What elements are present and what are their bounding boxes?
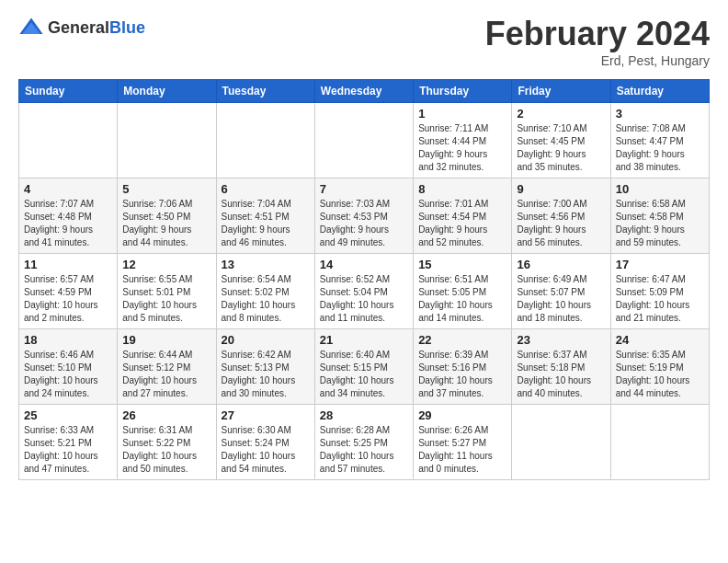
day-info: Sunrise: 7:03 AM Sunset: 4:53 PM Dayligh… xyxy=(320,198,408,249)
day-info: Sunrise: 6:37 AM Sunset: 5:18 PM Dayligh… xyxy=(517,349,605,400)
day-info: Sunrise: 7:04 AM Sunset: 4:51 PM Dayligh… xyxy=(222,198,310,249)
calendar-cell: 12Sunrise: 6:55 AM Sunset: 5:01 PM Dayli… xyxy=(118,254,216,329)
calendar-cell: 15Sunrise: 6:51 AM Sunset: 5:05 PM Dayli… xyxy=(414,254,512,329)
calendar-subtitle: Erd, Pest, Hungary xyxy=(485,53,710,68)
calendar-cell xyxy=(512,405,610,480)
day-number: 29 xyxy=(418,408,506,422)
day-info: Sunrise: 6:39 AM Sunset: 5:16 PM Dayligh… xyxy=(418,349,506,400)
day-info: Sunrise: 6:30 AM Sunset: 5:24 PM Dayligh… xyxy=(222,424,310,476)
day-info: Sunrise: 6:57 AM Sunset: 4:59 PM Dayligh… xyxy=(24,273,112,325)
logo-icon xyxy=(18,15,44,40)
logo-blue-text: Blue xyxy=(109,18,145,37)
calendar-cell: 18Sunrise: 6:46 AM Sunset: 5:10 PM Dayli… xyxy=(19,329,118,405)
calendar-week-row: 18Sunrise: 6:46 AM Sunset: 5:10 PM Dayli… xyxy=(19,329,710,405)
day-info: Sunrise: 7:07 AM Sunset: 4:48 PM Dayligh… xyxy=(24,198,112,249)
day-number: 20 xyxy=(222,333,310,347)
day-info: Sunrise: 6:44 AM Sunset: 5:12 PM Dayligh… xyxy=(122,349,210,400)
calendar-cell: 11Sunrise: 6:57 AM Sunset: 4:59 PM Dayli… xyxy=(19,254,118,329)
day-info: Sunrise: 6:54 AM Sunset: 5:02 PM Dayligh… xyxy=(222,273,310,325)
calendar-cell xyxy=(216,103,314,178)
calendar-cell: 25Sunrise: 6:33 AM Sunset: 5:21 PM Dayli… xyxy=(19,405,118,480)
calendar-cell: 28Sunrise: 6:28 AM Sunset: 5:25 PM Dayli… xyxy=(314,405,413,480)
calendar-cell xyxy=(19,103,118,178)
day-of-week-header: Friday xyxy=(512,80,610,103)
day-number: 25 xyxy=(24,408,112,422)
day-number: 6 xyxy=(222,182,310,196)
day-number: 23 xyxy=(517,333,605,347)
day-info: Sunrise: 7:11 AM Sunset: 4:44 PM Dayligh… xyxy=(418,122,506,174)
day-number: 11 xyxy=(24,258,112,271)
day-number: 9 xyxy=(517,182,605,196)
day-number: 2 xyxy=(517,107,605,121)
day-number: 21 xyxy=(320,333,408,347)
day-of-week-header: Monday xyxy=(118,80,216,103)
day-info: Sunrise: 6:49 AM Sunset: 5:07 PM Dayligh… xyxy=(517,273,605,325)
day-number: 15 xyxy=(418,258,506,271)
day-info: Sunrise: 6:52 AM Sunset: 5:04 PM Dayligh… xyxy=(320,273,408,325)
calendar-cell: 8Sunrise: 7:01 AM Sunset: 4:54 PM Daylig… xyxy=(414,178,512,254)
calendar-cell: 9Sunrise: 7:00 AM Sunset: 4:56 PM Daylig… xyxy=(512,178,610,254)
day-number: 26 xyxy=(122,408,210,422)
calendar-cell xyxy=(118,103,216,178)
calendar-cell: 10Sunrise: 6:58 AM Sunset: 4:58 PM Dayli… xyxy=(610,178,709,254)
calendar-cell: 16Sunrise: 6:49 AM Sunset: 5:07 PM Dayli… xyxy=(512,254,610,329)
calendar-cell: 27Sunrise: 6:30 AM Sunset: 5:24 PM Dayli… xyxy=(216,405,314,480)
calendar-week-row: 11Sunrise: 6:57 AM Sunset: 4:59 PM Dayli… xyxy=(19,254,710,329)
day-info: Sunrise: 6:28 AM Sunset: 5:25 PM Dayligh… xyxy=(320,424,408,476)
calendar-cell xyxy=(314,103,413,178)
calendar-cell: 1Sunrise: 7:11 AM Sunset: 4:44 PM Daylig… xyxy=(414,103,512,178)
day-number: 1 xyxy=(418,107,506,121)
calendar-cell: 24Sunrise: 6:35 AM Sunset: 5:19 PM Dayli… xyxy=(610,329,709,405)
calendar-cell: 23Sunrise: 6:37 AM Sunset: 5:18 PM Dayli… xyxy=(512,329,610,405)
day-of-week-header: Tuesday xyxy=(216,80,314,103)
calendar-week-row: 25Sunrise: 6:33 AM Sunset: 5:21 PM Dayli… xyxy=(19,405,710,480)
day-number: 12 xyxy=(122,258,210,271)
calendar-cell: 6Sunrise: 7:04 AM Sunset: 4:51 PM Daylig… xyxy=(216,178,314,254)
calendar-week-row: 4Sunrise: 7:07 AM Sunset: 4:48 PM Daylig… xyxy=(19,178,710,254)
day-number: 16 xyxy=(517,258,605,271)
day-number: 4 xyxy=(24,182,112,196)
day-info: Sunrise: 6:51 AM Sunset: 5:05 PM Dayligh… xyxy=(418,273,506,325)
calendar-cell: 7Sunrise: 7:03 AM Sunset: 4:53 PM Daylig… xyxy=(314,178,413,254)
day-info: Sunrise: 7:10 AM Sunset: 4:45 PM Dayligh… xyxy=(517,122,605,174)
calendar-cell: 17Sunrise: 6:47 AM Sunset: 5:09 PM Dayli… xyxy=(610,254,709,329)
day-of-week-header: Wednesday xyxy=(314,80,413,103)
day-info: Sunrise: 7:08 AM Sunset: 4:47 PM Dayligh… xyxy=(616,122,704,174)
day-number: 13 xyxy=(222,258,310,271)
day-info: Sunrise: 6:31 AM Sunset: 5:22 PM Dayligh… xyxy=(122,424,210,476)
day-number: 22 xyxy=(418,333,506,347)
day-info: Sunrise: 6:40 AM Sunset: 5:15 PM Dayligh… xyxy=(320,349,408,400)
calendar-cell: 5Sunrise: 7:06 AM Sunset: 4:50 PM Daylig… xyxy=(118,178,216,254)
calendar-cell: 3Sunrise: 7:08 AM Sunset: 4:47 PM Daylig… xyxy=(610,103,709,178)
day-info: Sunrise: 6:35 AM Sunset: 5:19 PM Dayligh… xyxy=(616,349,704,400)
day-number: 10 xyxy=(616,182,704,196)
day-number: 5 xyxy=(122,182,210,196)
day-info: Sunrise: 6:42 AM Sunset: 5:13 PM Dayligh… xyxy=(222,349,310,400)
calendar-cell: 20Sunrise: 6:42 AM Sunset: 5:13 PM Dayli… xyxy=(216,329,314,405)
day-number: 7 xyxy=(320,182,408,196)
day-of-week-header: Thursday xyxy=(414,80,512,103)
day-info: Sunrise: 6:33 AM Sunset: 5:21 PM Dayligh… xyxy=(24,424,112,476)
day-number: 28 xyxy=(320,408,408,422)
day-number: 19 xyxy=(122,333,210,347)
day-info: Sunrise: 6:47 AM Sunset: 5:09 PM Dayligh… xyxy=(616,273,704,325)
day-number: 8 xyxy=(418,182,506,196)
day-number: 18 xyxy=(24,333,112,347)
title-section: February 2024 Erd, Pest, Hungary xyxy=(485,15,710,68)
day-number: 17 xyxy=(616,258,704,271)
day-info: Sunrise: 7:00 AM Sunset: 4:56 PM Dayligh… xyxy=(517,198,605,249)
day-info: Sunrise: 6:58 AM Sunset: 4:58 PM Dayligh… xyxy=(616,198,704,249)
calendar-cell: 14Sunrise: 6:52 AM Sunset: 5:04 PM Dayli… xyxy=(314,254,413,329)
calendar-cell xyxy=(610,405,709,480)
calendar-cell: 21Sunrise: 6:40 AM Sunset: 5:15 PM Dayli… xyxy=(314,329,413,405)
day-info: Sunrise: 7:06 AM Sunset: 4:50 PM Dayligh… xyxy=(122,198,210,249)
calendar-cell: 19Sunrise: 6:44 AM Sunset: 5:12 PM Dayli… xyxy=(118,329,216,405)
day-of-week-header: Sunday xyxy=(19,80,118,103)
day-info: Sunrise: 6:46 AM Sunset: 5:10 PM Dayligh… xyxy=(24,349,112,400)
calendar-header-row: SundayMondayTuesdayWednesdayThursdayFrid… xyxy=(19,80,710,103)
day-number: 27 xyxy=(222,408,310,422)
logo: GeneralBlue xyxy=(18,15,145,40)
calendar-cell: 2Sunrise: 7:10 AM Sunset: 4:45 PM Daylig… xyxy=(512,103,610,178)
calendar-cell: 26Sunrise: 6:31 AM Sunset: 5:22 PM Dayli… xyxy=(118,405,216,480)
logo-general-text: General xyxy=(48,18,109,37)
